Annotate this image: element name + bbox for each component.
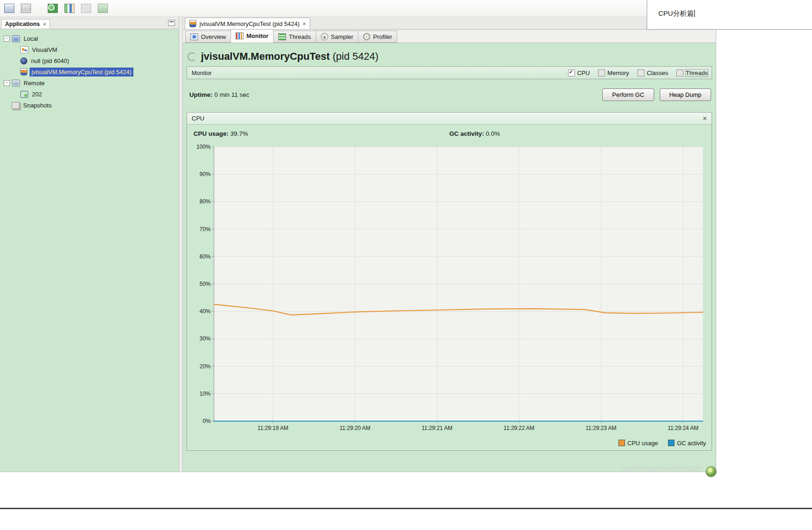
close-icon[interactable]: × <box>43 22 46 27</box>
text-caret <box>694 10 695 17</box>
panel-splitter[interactable] <box>179 17 183 472</box>
tree-item-visualvm[interactable]: VisualVM <box>0 44 179 55</box>
heap-dump-button[interactable]: Heap Dump <box>660 88 711 101</box>
tree-item-202[interactable]: 202 <box>0 88 179 100</box>
tab-monitor[interactable]: Monitor <box>231 29 274 43</box>
tab-threads[interactable]: Threads <box>273 31 316 43</box>
applications-tab[interactable]: Applications × <box>1 19 50 29</box>
page: Applications × − Local Visual <box>0 0 812 530</box>
tree-item-label: VisualVM <box>31 46 59 54</box>
cpu-section-header: CPU × <box>187 113 712 125</box>
svg-text:11:29:24 AM: 11:29:24 AM <box>668 425 699 431</box>
gc-activity-swatch <box>668 440 675 446</box>
cpu-stats-row: CPU usage: 39.7% GC activity: 0.0% <box>187 125 712 141</box>
tab-sampler-label: Sampler <box>331 33 353 40</box>
svg-text:60%: 60% <box>200 253 211 260</box>
svg-text:11:29:21 AM: 11:29:21 AM <box>422 425 453 431</box>
monitor-view: jvisualVM.MemoryCpuTest (pid 5424) Monit… <box>183 43 716 472</box>
cpu-usage-label: CPU usage: <box>194 130 229 137</box>
visualvm-window: Applications × − Local Visual <box>0 0 716 472</box>
tab-monitor-label: Monitor <box>246 32 269 39</box>
java-process-icon <box>20 57 27 64</box>
perform-gc-button[interactable]: Perform GC <box>602 88 654 101</box>
collapse-icon[interactable]: − <box>4 80 10 86</box>
tree-item-label: null (pid 6040) <box>30 57 70 65</box>
gc-activity-stat: GC activity: 0.0% <box>450 130 500 137</box>
document-tab[interactable]: jvisualVM.MemoryCpuTest (pid 5424) × <box>185 18 310 29</box>
svg-text:0%: 0% <box>203 418 211 424</box>
tree-item-snapshots[interactable]: Snapshots <box>0 100 179 111</box>
tree-item-memorycputest[interactable]: jvisualVM.MemoryCpuTest (pid 5424) <box>0 66 179 77</box>
heading-row: jvisualVM.MemoryCpuTest (pid 5424) <box>187 50 712 63</box>
computer-icon <box>12 35 20 42</box>
monitor-bar-label: Monitor <box>192 69 212 76</box>
tree-item-remote[interactable]: − Remote <box>0 77 179 88</box>
classes-checkbox-label: Classes <box>647 69 668 76</box>
cpu-checkbox[interactable]: CPU <box>568 69 590 76</box>
save-icon[interactable] <box>19 2 32 15</box>
tab-profiler-label: Profiler <box>373 33 392 40</box>
tab-profiler[interactable]: Profiler <box>358 31 397 43</box>
monitor-options-bar: Monitor CPU Memory <box>187 66 712 79</box>
uptime: Uptime: 0 min 11 sec <box>189 91 250 98</box>
svg-text:11:29:23 AM: 11:29:23 AM <box>586 425 617 431</box>
tab-sampler[interactable]: Sampler <box>316 31 358 43</box>
svg-text:10%: 10% <box>200 391 211 397</box>
bottom-divider <box>0 508 812 509</box>
classes-checkbox[interactable]: Classes <box>637 69 668 76</box>
host-icon <box>20 91 28 98</box>
document-tab-label: jvisualVM.MemoryCpuTest (pid 5424) <box>200 20 300 27</box>
close-icon[interactable]: × <box>703 115 707 122</box>
remote-icon <box>12 80 20 87</box>
cpu-usage-swatch <box>618 440 625 446</box>
annotation-note-text: CPU分析篇 <box>658 9 695 18</box>
view-tabbar: Overview Monitor Threads Sampler <box>183 30 716 43</box>
applications-tree: − Local VisualVM null (pid 6040) j <box>0 29 179 472</box>
uptime-row: Uptime: 0 min 11 sec Perform GC Heap Dum… <box>187 88 712 101</box>
page-title-pid: (pid 5424) <box>332 50 378 62</box>
tab-overview-label: Overview <box>201 33 226 40</box>
svg-text:40%: 40% <box>200 308 211 315</box>
threads-checkbox[interactable]: Threads <box>676 69 708 76</box>
panel-header-space <box>50 17 179 29</box>
add-jmx-connection-icon[interactable] <box>46 2 59 15</box>
gc-activity-value: 0.0% <box>486 130 500 137</box>
action-buttons: Perform GC Heap Dump <box>602 88 711 101</box>
svg-text:11:29:22 AM: 11:29:22 AM <box>504 425 535 431</box>
snapshots-icon <box>12 102 19 109</box>
save-glyph <box>21 4 31 13</box>
collapse-icon[interactable]: − <box>4 36 10 42</box>
applications-panel-header: Applications × <box>0 17 179 29</box>
sampler-icon <box>321 33 328 40</box>
main-area: jvisualVM.MemoryCpuTest (pid 5424) × Ove… <box>183 17 716 472</box>
threads-checkbox-label: Threads <box>686 69 708 76</box>
add-jmx-glyph <box>48 4 58 13</box>
annotation-note: CPU分析篇 <box>647 0 812 30</box>
svg-text:50%: 50% <box>200 281 211 287</box>
main-toolbar <box>0 0 716 17</box>
cpu-usage-value: 39.7% <box>231 130 248 137</box>
application-snapshot-glyph <box>64 4 75 13</box>
checkbox-icon <box>676 69 683 76</box>
load-snapshot-icon[interactable] <box>3 2 16 15</box>
heap-dump-icon[interactable] <box>80 2 93 15</box>
tab-overview[interactable]: Overview <box>185 31 231 43</box>
application-snapshot-icon[interactable] <box>63 2 76 15</box>
tree-item-null-app[interactable]: null (pid 6040) <box>0 55 179 66</box>
document-tabbar: jvisualVM.MemoryCpuTest (pid 5424) × <box>183 17 716 30</box>
svg-text:20%: 20% <box>200 363 211 370</box>
applications-panel: Applications × − Local Visual <box>0 17 179 472</box>
java-app-icon <box>20 68 27 76</box>
close-tab-icon[interactable]: × <box>303 21 306 26</box>
thread-dump-icon[interactable] <box>96 2 109 15</box>
svg-text:80%: 80% <box>200 198 211 205</box>
tree-item-label: Remote <box>22 79 46 87</box>
cpu-chart-svg: 0%10%20%30%40%50%60%70%80%90%100%11:29:1… <box>192 141 707 438</box>
memory-checkbox-label: Memory <box>607 69 629 76</box>
tree-item-local[interactable]: − Local <box>0 33 179 44</box>
tree-item-label-selected: jvisualVM.MemoryCpuTest (pid 5424) <box>30 68 133 76</box>
minimize-panel-button[interactable] <box>168 20 175 26</box>
legend-gc-activity: GC activity <box>668 440 706 447</box>
avatar-icon <box>706 466 717 477</box>
memory-checkbox[interactable]: Memory <box>598 69 629 76</box>
